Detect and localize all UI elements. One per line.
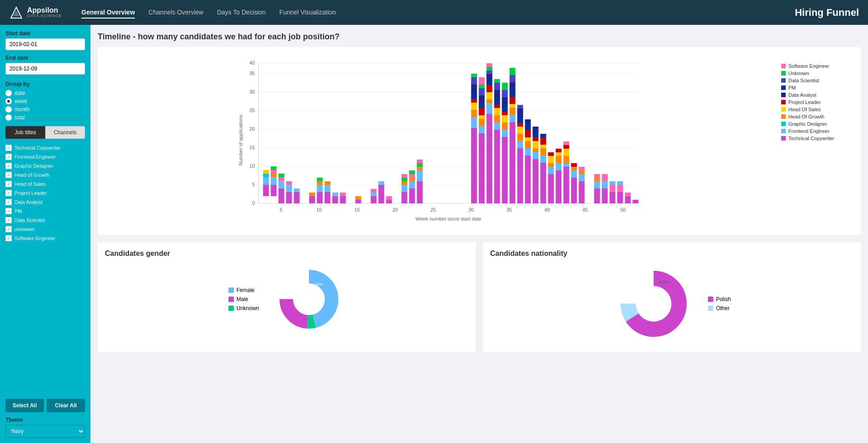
svg-rect-112 (487, 85, 493, 92)
end-date-input[interactable] (5, 63, 85, 75)
svg-rect-185 (564, 156, 569, 163)
checkbox-box-graphic-designer (5, 163, 12, 169)
tab-job-titles[interactable]: Job titles (5, 126, 45, 139)
svg-rect-103 (479, 103, 485, 108)
svg-rect-184 (564, 163, 569, 167)
nationality-chart-card: Candidates nationality 90.8% 9.2% (483, 242, 861, 352)
svg-rect-114 (487, 74, 493, 78)
radio-month[interactable]: month (5, 106, 85, 113)
svg-rect-212 (633, 200, 639, 203)
svg-rect-77 (402, 178, 408, 181)
svg-rect-99 (479, 126, 485, 133)
svg-rect-69 (371, 189, 377, 193)
svg-rect-165 (533, 130, 539, 137)
svg-rect-71 (379, 181, 384, 185)
action-buttons: Select All Clear All (5, 399, 85, 412)
clear-all-button[interactable]: Clear All (47, 399, 85, 412)
nationality-chart-title: Candidates nationality (490, 250, 854, 258)
svg-rect-68 (371, 193, 377, 196)
select-all-button[interactable]: Select All (5, 399, 44, 412)
svg-rect-161 (533, 152, 539, 159)
svg-rect-66 (356, 196, 361, 200)
svg-rect-143 (510, 75, 516, 82)
theme-select[interactable]: Navy Light Dark (5, 425, 85, 438)
legend-dot-graphic-designer (781, 122, 786, 126)
svg-rect-169 (541, 148, 546, 156)
bar-chart-container: 0 5 10 15 20 25 30 35 40 Number of appli… (98, 47, 861, 235)
svg-rect-40 (271, 174, 277, 177)
svg-text:4.8%: 4.8% (300, 307, 308, 311)
checkbox-graphic-designer[interactable]: Graphic Designer (5, 161, 85, 170)
svg-rect-86 (417, 167, 423, 170)
radio-week[interactable]: week (5, 98, 85, 104)
svg-rect-194 (579, 174, 585, 181)
svg-rect-42 (271, 166, 277, 170)
checkbox-head-of-sales[interactable]: Head of Sales (5, 179, 85, 189)
svg-rect-35 (263, 177, 269, 185)
svg-rect-195 (579, 170, 585, 174)
gender-donut-wrapper: Female Male Unknown (105, 263, 469, 335)
svg-rect-93 (471, 99, 477, 103)
svg-text:0: 0 (252, 200, 255, 206)
checkbox-head-of-growth[interactable]: Head of Growth (5, 170, 85, 179)
nav-channels-overview[interactable]: Channels Overview (148, 7, 203, 19)
legend-software-engineer: Software Engineer (781, 63, 854, 69)
svg-rect-174 (548, 167, 554, 174)
svg-rect-147 (517, 134, 523, 141)
svg-rect-126 (494, 79, 500, 83)
checkbox-pm[interactable]: PM (5, 207, 85, 216)
checkbox-frontend-engineer[interactable]: Frontend Engineer (5, 152, 85, 161)
svg-rect-101 (479, 115, 485, 119)
legend-dot-project-leader (781, 100, 786, 104)
svg-text:15: 15 (249, 145, 255, 150)
nationality-legend-dot-other (708, 306, 713, 311)
radio-total[interactable]: total (5, 114, 85, 121)
svg-rect-59 (325, 185, 331, 192)
svg-rect-123 (494, 97, 500, 104)
svg-rect-121 (494, 108, 500, 115)
svg-text:35: 35 (506, 207, 512, 212)
svg-rect-118 (494, 130, 500, 203)
svg-rect-137 (510, 115, 516, 122)
svg-rect-186 (564, 149, 569, 156)
radio-date[interactable]: date (5, 90, 85, 96)
checkbox-software-engineer[interactable]: Software Engineer (5, 234, 85, 243)
svg-text:10: 10 (249, 163, 255, 169)
svg-rect-179 (556, 163, 562, 170)
svg-rect-157 (525, 130, 531, 137)
checkbox-project-leader[interactable]: Project Leader (5, 189, 85, 198)
svg-rect-36 (263, 174, 269, 177)
tab-channels[interactable]: Channels (45, 126, 85, 139)
legend-unknown: Unknown (781, 71, 854, 76)
svg-rect-60 (325, 181, 331, 185)
nationality-legend-polish: Polish (708, 296, 731, 302)
svg-rect-107 (479, 77, 485, 85)
svg-rect-170 (541, 145, 546, 148)
checkbox-data-analyst[interactable]: Data Analyst (5, 198, 85, 207)
svg-rect-120 (494, 115, 500, 123)
gender-legend-dot-female (228, 287, 234, 293)
gender-chart-card: Candidates gender Female Male (98, 242, 476, 352)
svg-rect-55 (317, 185, 323, 192)
checkbox-unknown[interactable]: unknown (5, 225, 85, 234)
nav-days-to-decision[interactable]: Days To Decision (217, 7, 266, 19)
nav-funnel-visualization[interactable]: Funnel Visualization (280, 7, 336, 19)
svg-rect-95 (471, 85, 477, 92)
svg-text:30: 30 (468, 207, 474, 212)
svg-rect-201 (602, 189, 608, 203)
legend-data-analyst: Data Analyst (781, 92, 854, 98)
nav-general-overview[interactable]: General Overview (81, 7, 135, 19)
end-date-label: End date (5, 55, 85, 61)
checkbox-data-scientist[interactable]: Data Scientist (5, 216, 85, 225)
start-date-input[interactable] (5, 38, 85, 50)
svg-rect-154 (525, 148, 531, 156)
svg-rect-104 (479, 95, 485, 103)
bar-chart-svg: 0 5 10 15 20 25 30 35 40 Number of appli… (105, 54, 774, 226)
svg-text:Number of applications: Number of applications (238, 114, 243, 165)
checkbox-box-software-engineer (5, 235, 12, 241)
svg-rect-172 (541, 134, 546, 137)
svg-rect-98 (479, 133, 485, 203)
main-chart-title: Timeline - how many candidates we had fo… (98, 32, 861, 42)
svg-rect-110 (487, 99, 493, 103)
checkbox-technical-copywriter[interactable]: Technical Copywriter (5, 143, 85, 152)
